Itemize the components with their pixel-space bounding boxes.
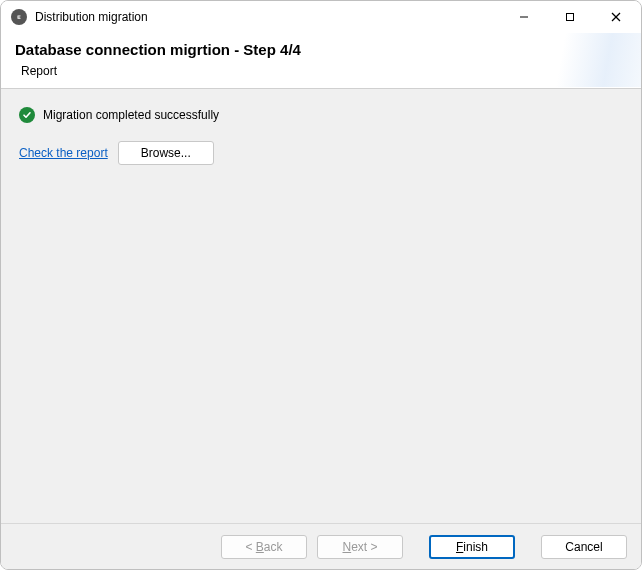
- finish-button[interactable]: Finish: [429, 535, 515, 559]
- report-action-row: Check the report Browse...: [19, 141, 623, 165]
- back-button: < Back: [221, 535, 307, 559]
- next-button: Next >: [317, 535, 403, 559]
- status-row: Migration completed successfully: [19, 107, 623, 123]
- close-button[interactable]: [593, 2, 639, 32]
- wizard-step-subtitle: Report: [21, 64, 627, 78]
- wizard-footer: < Back Next > Finish Cancel: [1, 524, 641, 569]
- window-title: Distribution migration: [35, 10, 148, 24]
- wizard-step-title: Database connection migrtion - Step 4/4: [15, 41, 627, 58]
- svg-rect-2: [567, 14, 574, 21]
- browse-button[interactable]: Browse...: [118, 141, 214, 165]
- check-report-link[interactable]: Check the report: [19, 146, 108, 160]
- success-check-icon: [19, 107, 35, 123]
- cancel-button[interactable]: Cancel: [541, 535, 627, 559]
- wizard-header: Database connection migrtion - Step 4/4 …: [1, 33, 641, 89]
- titlebar: Distribution migration: [1, 1, 641, 33]
- maximize-button[interactable]: [547, 2, 593, 32]
- wizard-content: Migration completed successfully Check t…: [1, 89, 641, 524]
- minimize-button[interactable]: [501, 2, 547, 32]
- status-message: Migration completed successfully: [43, 108, 219, 122]
- app-icon: [11, 9, 27, 25]
